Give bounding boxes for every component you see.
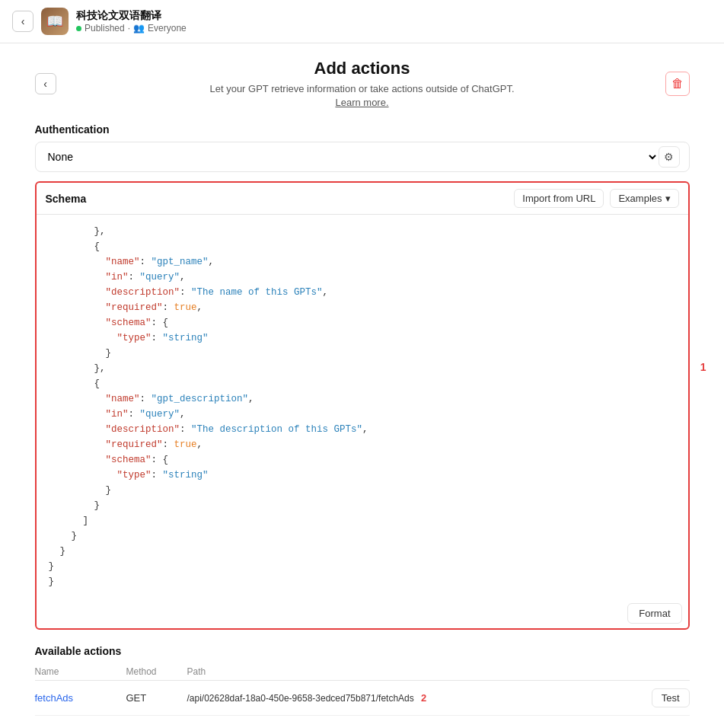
examples-dropdown-button[interactable]: Examples ▾ [610,189,678,208]
app-name: 科技论文双语翻译 [76,9,187,23]
schema-actions: Import from URL Examples ▾ [514,189,678,208]
app-icon: 📖 [41,8,69,35]
test-button[interactable]: Test [652,688,690,707]
schema-header: Schema Import from URL Examples ▾ [37,183,688,215]
delete-button[interactable]: 🗑 [665,72,690,96]
available-actions-title: Available actions [35,645,690,657]
action-name: fetchAds [35,692,126,704]
learn-more-link[interactable]: Learn more. [335,97,388,108]
action-method: GET [126,692,187,704]
schema-badge-1: 1 [700,361,706,373]
auth-select[interactable]: None [45,150,659,164]
format-button[interactable]: Format [627,603,681,624]
gear-icon: ⚙ [664,151,674,163]
app-info: 科技论文双语翻译 Published · 👥 Everyone [76,9,187,34]
schema-container: Schema Import from URL Examples ▾ }, { "… [35,181,690,630]
import-url-button[interactable]: Import from URL [514,189,604,208]
page-title: Add actions [35,59,690,78]
page-subtitle: Let your GPT retrieve information or tak… [35,83,690,94]
schema-footer: Format [37,599,688,628]
people-icon: 👥 [133,23,145,34]
top-back-button[interactable]: ‹ [12,11,33,32]
main-content: ‹ Add actions Let your GPT retrieve info… [20,43,705,728]
delete-icon: 🗑 [671,77,684,91]
table-row: fetchAds GET /api/02628daf-18a0-450e-965… [35,681,690,716]
schema-title: Schema [46,193,87,205]
code-editor[interactable]: }, { "name": "gpt_name", "in": "query", … [37,215,688,599]
chevron-down-icon: ▾ [665,193,671,204]
status-dot [76,26,81,31]
available-actions-badge-2: 2 [421,692,426,704]
page-header: ‹ Add actions Let your GPT retrieve info… [35,59,690,108]
authentication-label: Authentication [35,123,690,136]
back-icon: ‹ [21,15,25,27]
schema-wrapper: Schema Import from URL Examples ▾ }, { "… [35,181,690,630]
gear-button[interactable]: ⚙ [659,146,680,168]
action-path: /api/02628daf-18a0-450e-9658-3edced75b87… [187,692,629,704]
top-bar: ‹ 📖 科技论文双语翻译 Published · 👥 Everyone [0,0,724,43]
page-back-button[interactable]: ‹ [35,73,56,94]
back-chevron-icon: ‹ [43,78,47,90]
available-actions: Available actions Name Method Path fetch… [35,645,690,716]
authentication-row: None ⚙ [35,142,690,172]
app-status: Published · 👥 Everyone [76,23,187,34]
table-header: Name Method Path [35,663,690,681]
